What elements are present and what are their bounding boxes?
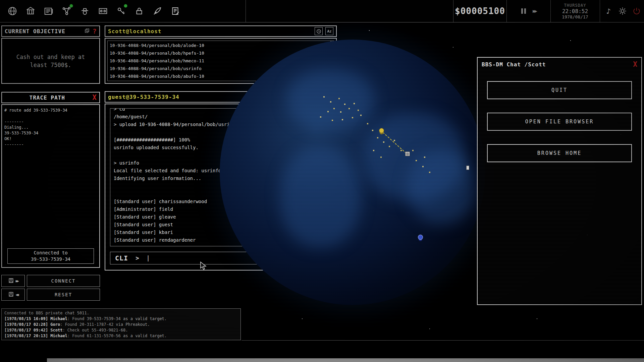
sort-time-icon[interactable] (315, 27, 323, 35)
connection-status: Connected to 39-533-7539-34 (7, 248, 94, 264)
notification-badge (124, 4, 127, 8)
landmass-east (408, 150, 475, 224)
reset-button[interactable]: RESET (27, 289, 100, 301)
bottom-scrollbar[interactable] (47, 358, 644, 362)
datetime-display: THURSDAY 22:08:52 1978/08/17 (550, 0, 600, 22)
chat-text: Connected to BBS private chat 5011. (4, 311, 89, 315)
close-icon[interactable]: X (92, 94, 97, 101)
floppy-icon (8, 278, 14, 285)
chat-text: : Found 39-533-7539-34 as a valid target… (67, 316, 167, 321)
map-relay-node-icon[interactable] (466, 166, 469, 170)
music-icon[interactable]: ♪ (602, 3, 615, 19)
trace-title: TRACE PATH (5, 95, 90, 101)
objective-title: CURRENT OBJECTIVE (5, 28, 65, 35)
objective-body: Cash out and keep at least 7500$. (1, 38, 100, 84)
fast-forward-icon: ▶▶ (15, 279, 18, 283)
money-display: $00005100 (453, 0, 506, 22)
file-name: 10-936-4088-94/personal/bob/alode-10 (110, 43, 318, 48)
chat-line: [1978/08/17 20:13] Michael: Found 61-131… (4, 333, 238, 339)
chat-text: : Found 20-311-1787-42 via Phreakout. (60, 322, 150, 327)
localhost-title: Scott@localhost (108, 28, 162, 35)
cli-prompt: > (136, 255, 139, 261)
globe-icon[interactable] (3, 3, 21, 19)
trace-log-line (4, 113, 97, 119)
help-button[interactable]: ? (93, 27, 97, 35)
chat-user: Michael (50, 316, 67, 321)
bank-icon[interactable] (21, 3, 40, 19)
network-icon[interactable] (58, 3, 76, 19)
rewind-icon: ◀◀ (15, 293, 18, 297)
power-icon[interactable] (630, 3, 643, 19)
top-bar: $00005100 ▶▶ THURSDAY 22:08:52 1978/08/1… (0, 0, 644, 22)
trace-title-bar: TRACE PATH X (1, 92, 100, 103)
map-cash-marker-icon[interactable] (379, 128, 384, 133)
chat-user: Michael (50, 334, 67, 338)
news-icon[interactable] (40, 3, 58, 19)
chat-line: Connected to BBS private chat 5011. (4, 310, 238, 316)
weekday-label: THURSDAY (564, 3, 586, 8)
objective-panel: CURRENT OBJECTIVE ? Cash out and keep at… (1, 25, 100, 84)
connect-button[interactable]: CONNECT (27, 275, 100, 287)
trace-log-line: -------- (4, 142, 97, 147)
trace-log-line: -------- (4, 119, 97, 125)
trace-log-line: Dialing... (4, 125, 97, 130)
divider (246, 0, 246, 22)
chat-line: [1978/08/15 16:09] Michael: Found 39-533… (4, 316, 238, 322)
quill-icon[interactable] (148, 3, 166, 19)
clock-time: 22:08:52 (562, 8, 588, 14)
map-target-server-icon[interactable] (405, 152, 410, 156)
cli-label: CLI (115, 254, 128, 262)
bbs-title-bar: BBS-DM Chat /Scott X (478, 58, 641, 71)
chat-user: Goro (50, 322, 60, 327)
chat-time: [1978/08/17 09:42] (4, 328, 50, 333)
trace-log-line: # route add 39-533-7539-34 (4, 108, 97, 113)
restore-window-icon[interactable] (84, 28, 90, 35)
chat-user: Scott (50, 328, 62, 333)
chat-time: [1978/08/17 02:28] (4, 322, 50, 327)
sort-alpha-button[interactable]: Az (325, 27, 333, 35)
localhost-title-bar: Scott@localhost Az (105, 25, 337, 37)
world-map-globe[interactable] (220, 40, 485, 305)
objective-text-line1: Cash out and keep at (16, 53, 85, 61)
gear-icon[interactable] (616, 3, 629, 19)
bbs-chat-log: Connected to BBS private chat 5011. [197… (1, 308, 241, 340)
spy-icon[interactable] (76, 3, 94, 19)
browse-home-button[interactable]: BROWSE HOME (487, 144, 632, 162)
app-icon-row (3, 0, 184, 22)
landmass-europe (287, 70, 374, 130)
remote-title: guest@39-533-7539-34 (108, 94, 179, 100)
map-bank-marker-icon[interactable] (418, 235, 423, 240)
time-controls: ▶▶ (507, 0, 550, 22)
trace-log-line: OK! (4, 136, 97, 142)
trace-body: # route add 39-533-7539-34 -------- Dial… (1, 104, 100, 268)
save-route-forward-button[interactable]: ▶▶ (1, 275, 25, 287)
connection-status-line1: Connected to (8, 250, 94, 256)
chat-line: [1978/08/17 09:42] Scott: Check out 55-4… (4, 327, 238, 333)
fast-forward-button[interactable]: ▶▶ (533, 8, 536, 14)
pause-button[interactable] (521, 8, 526, 14)
file-row[interactable]: 10-936-4088-94/personal/bob/alode-10 ↑ (108, 42, 330, 49)
connection-status-line2: 39-533-7539-34 (8, 256, 94, 262)
close-icon[interactable]: X (633, 61, 637, 68)
cli-caret: | (146, 255, 150, 261)
notes-icon[interactable] (166, 3, 184, 19)
objective-text-line2: least 7500$. (30, 61, 71, 69)
chat-text: : Found 61-131-5570-56 as a valid target… (67, 334, 167, 338)
file-name: 10-936-4088-94/personal/bob/hpefs-10 (110, 51, 318, 56)
divider (506, 0, 507, 22)
divider (600, 0, 600, 22)
cassette-icon[interactable] (94, 3, 112, 19)
chat-time: [1978/08/17 20:13] (4, 334, 50, 338)
keys-icon[interactable] (112, 3, 130, 19)
save-route-rewind-button[interactable]: ◀◀ (1, 289, 25, 301)
quit-button[interactable]: QUIT (487, 81, 632, 99)
bbs-dm-chat-panel: BBS-DM Chat /Scott X QUIT OPEN FILE BROW… (477, 57, 642, 305)
trace-path-panel: TRACE PATH X # route add 39-533-7539-34 … (1, 92, 100, 268)
notification-badge (69, 4, 73, 8)
lock-icon[interactable] (130, 3, 148, 19)
trace-log-line: 39-533-7539-34 (4, 130, 97, 136)
open-file-browser-button[interactable]: OPEN FILE BROWSER (487, 113, 632, 131)
chat-text: : Check out 55-493-9821-68. (62, 328, 128, 333)
landmass-africa (280, 147, 361, 247)
clock-date: 1978/08/17 (562, 14, 588, 20)
